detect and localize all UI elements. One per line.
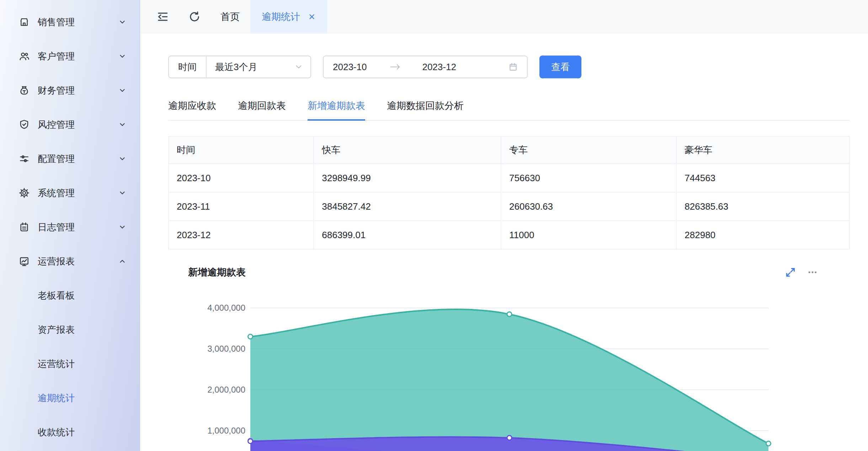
expand-icon[interactable] [785,267,796,278]
table-cell: 11000 [501,221,676,249]
sidebar-subitem-label: 运营统计 [38,358,75,370]
time-range-select-group: 时间 最近3个月 [168,56,311,78]
time-range-value: 最近3个月 [215,61,257,73]
sales-icon [18,16,30,28]
report-tabs: 逾期应收款 逾期回款表 新增逾期款表 逾期数据回款分析 [168,99,850,121]
sidebar-item-finance[interactable]: 财务管理 [0,73,140,107]
sidebar-item-label: 运营报表 [38,255,118,268]
table-cell: 756630 [501,164,676,192]
table-cell: 826385.63 [676,192,850,221]
date-end-value[interactable]: 2023-12 [422,62,456,73]
sidebar-subitem-label: 逾期统计 [38,392,75,404]
table-row: 2023-11 3845827.42 260630.63 826385.63 [169,192,850,221]
reports-icon [18,256,30,267]
y-axis-label: 2,000,000 [168,385,245,395]
y-axis-label: 4,000,000 [168,303,245,313]
table-header-cell: 专车 [501,136,676,164]
chevron-down-icon [118,155,126,163]
chart-header: 新增逾期款表 [168,262,850,282]
table-cell: 282980 [676,221,850,249]
tab-home[interactable]: 首页 [220,10,240,23]
sidebar-item-label: 日志管理 [38,221,118,234]
tab-new-overdue[interactable]: 新增逾期款表 [308,99,365,121]
chart-canvas [250,289,768,451]
tab-overdue-stats[interactable]: 逾期统计 [250,0,327,33]
sidebar-item-label: 销售管理 [38,16,118,28]
chevron-down-icon [294,62,303,72]
sidebar-item-label: 系统管理 [38,187,118,199]
table-header-cell: 快车 [314,136,501,164]
app-window: 销售管理 客户管理 财务管理 风控管理 [0,0,868,451]
sidebar-item-label: 财务管理 [38,84,118,97]
sidebar-subitem-label: 收款统计 [38,426,75,439]
table-header-cell: 时间 [169,136,314,164]
config-sliders-icon [18,153,30,164]
overdue-area-chart: 4,000,000 3,000,000 2,000,000 1,000,000 [168,289,850,451]
table-cell: 3298949.99 [314,164,501,192]
refresh-icon[interactable] [188,11,201,23]
chevron-up-icon [118,257,126,265]
calendar-icon [508,62,518,72]
table-cell: 260630.63 [501,192,676,221]
sidebar-item-system[interactable]: 系统管理 [0,176,140,210]
filter-row: 时间 最近3个月 2023-10 2023-12 查看 [168,56,850,78]
sidebar-item-sales[interactable]: 销售管理 [0,5,140,39]
sidebar-item-label: 配置管理 [38,153,118,165]
table-cell: 3845827.42 [314,192,501,221]
sidebar-subitem-boss-board[interactable]: 老板看板 [0,278,140,313]
close-tab-icon[interactable] [308,13,316,21]
sidebar-item-label: 风控管理 [38,119,118,131]
tab-overdue-analysis[interactable]: 逾期数据回款分析 [387,99,464,121]
chevron-down-icon [118,52,126,60]
finance-icon [18,85,30,96]
time-label: 时间 [169,56,207,78]
tab-label: 逾期统计 [262,10,300,23]
sidebar-item-config[interactable]: 配置管理 [0,142,140,176]
chevron-down-icon [118,189,126,197]
chart-actions [785,267,818,278]
sidebar-subitem-label: 老板看板 [38,289,75,302]
logs-icon [18,221,30,233]
topbar: 首页 逾期统计 [140,0,868,33]
sidebar-item-reports[interactable]: 运营报表 [0,244,140,278]
customers-icon [18,51,30,62]
view-button[interactable]: 查看 [539,56,581,78]
table-row: 2023-10 3298949.99 756630 744563 [169,164,850,192]
sidebar-item-label: 客户管理 [38,50,118,63]
table-cell: 686399.01 [314,221,501,249]
more-options-icon[interactable] [807,267,818,278]
sidebar: 销售管理 客户管理 财务管理 风控管理 [0,0,140,451]
overdue-data-table: 时间 快车 专车 豪华车 2023-10 3298949.99 756630 7… [168,136,850,250]
chevron-down-icon [118,86,126,94]
sidebar-subitem-asset-report[interactable]: 资产报表 [0,313,140,347]
date-range-picker[interactable]: 2023-10 2023-12 [323,56,528,78]
main-content: 时间 最近3个月 2023-10 2023-12 查看 逾期应收款 [140,33,868,451]
chevron-down-icon [118,223,126,231]
y-axis-label: 3,000,000 [168,344,245,354]
chart-plot-area [250,289,768,451]
sidebar-subitem-overdue-stats[interactable]: 逾期统计 [0,381,140,415]
tab-overdue-repayment[interactable]: 逾期回款表 [238,99,286,121]
chart-title: 新增逾期款表 [188,266,246,279]
table-cell: 2023-10 [169,164,314,192]
arrow-right-icon [389,63,401,70]
table-header-cell: 豪华车 [676,136,850,164]
table-cell: 744563 [676,164,850,192]
sidebar-subitem-operation-stats[interactable]: 运营统计 [0,347,140,381]
collapse-sidebar-icon[interactable] [156,11,169,23]
table-row: 2023-12 686399.01 11000 282980 [169,221,850,249]
sidebar-subitem-collection-stats[interactable]: 收款统计 [0,415,140,449]
sidebar-item-customers[interactable]: 客户管理 [0,39,140,73]
table-cell: 2023-11 [169,192,314,221]
sidebar-subitem-label: 资产报表 [38,324,75,336]
risk-shield-icon [18,119,30,130]
chevron-down-icon [118,121,126,129]
sidebar-item-logs[interactable]: 日志管理 [0,210,140,244]
chevron-down-icon [118,18,126,26]
table-header-row: 时间 快车 专车 豪华车 [169,136,850,164]
sidebar-item-risk[interactable]: 风控管理 [0,107,140,142]
date-start-value[interactable]: 2023-10 [333,62,367,73]
tab-overdue-receivables[interactable]: 逾期应收款 [168,99,216,121]
gear-icon [18,187,30,199]
time-range-select[interactable]: 最近3个月 [207,61,310,73]
